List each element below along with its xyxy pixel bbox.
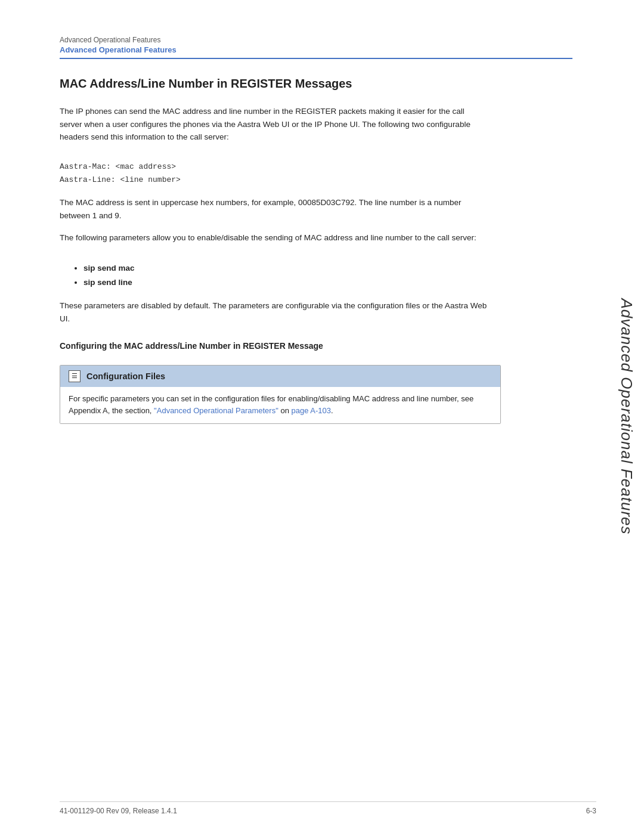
page-title: MAC Address/Line Number in REGISTER Mess… [60, 77, 572, 91]
breadcrumb-line1: Advanced Operational Features [60, 36, 572, 44]
config-body-after: . [331, 406, 333, 415]
header-area: Advanced Operational Features Advanced O… [60, 36, 572, 59]
footer-right: 6-3 [586, 807, 596, 815]
paragraph-2: The MAC address is sent in uppercase hex… [60, 196, 489, 222]
document-icon: ☰ [72, 372, 78, 380]
bullet-item-2: sip send line [83, 275, 572, 290]
sidebar-title: Advanced Operational Features [617, 298, 636, 534]
paragraph-1: The IP phones can send the MAC address a… [60, 105, 489, 144]
bullet-list: sip send mac sip send line [83, 261, 572, 290]
advanced-operational-params-link[interactable]: "Advanced Operational Parameters" [154, 406, 278, 415]
main-content: Advanced Operational Features Advanced O… [0, 0, 608, 833]
code-line-2: Aastra-Line: <line number> [60, 174, 572, 187]
config-box-header: ☰ Configuration Files [60, 366, 500, 387]
config-box: ☰ Configuration Files For specific param… [60, 365, 501, 425]
sub-heading: Configuring the MAC address/Line Number … [60, 341, 572, 351]
config-box-icon: ☰ [69, 370, 80, 382]
paragraph-4: These parameters are disabled by default… [60, 299, 489, 325]
config-body-middle: on [278, 406, 292, 415]
code-block: Aastra-Mac: <mac address> Aastra-Line: <… [60, 160, 572, 187]
page-a103-link[interactable]: page A-103 [291, 406, 331, 415]
page-container: Advanced Operational Features Advanced O… [0, 0, 644, 833]
breadcrumb-line2: Advanced Operational Features [60, 45, 572, 54]
config-box-title: Configuration Files [86, 371, 165, 381]
bullet-item-1: sip send mac [83, 261, 572, 275]
footer-left: 41-001129-00 Rev 09, Release 1.4.1 [60, 807, 177, 815]
sidebar: Advanced Operational Features [608, 0, 644, 833]
config-box-body: For specific parameters you can set in t… [60, 387, 500, 424]
code-line-1: Aastra-Mac: <mac address> [60, 160, 572, 174]
footer: 41-001129-00 Rev 09, Release 1.4.1 6-3 [60, 801, 596, 815]
paragraph-3: The following parameters allow you to en… [60, 231, 489, 244]
